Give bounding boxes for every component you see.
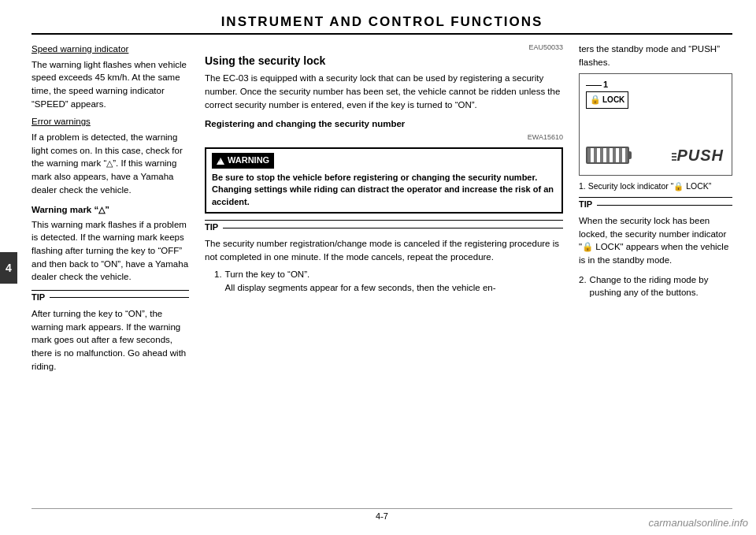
step-2-number: 2. xyxy=(579,273,587,299)
page-title: INSTRUMENT AND CONTROL FUNCTIONS xyxy=(32,14,732,35)
speed-warning-heading: Speed warning indicator xyxy=(32,43,189,56)
lock-label-text: LOCK xyxy=(602,95,624,106)
middle-tip-header: TIP xyxy=(205,220,563,235)
warning-mark-text: This warning mark flashes if a problem i… xyxy=(32,218,189,284)
page-container: INSTRUMENT AND CONTROL FUNCTIONS Speed w… xyxy=(0,0,756,535)
speed-warning-text: The warning light flashes when vehicle s… xyxy=(32,58,189,111)
columns-container: Speed warning indicator The warning ligh… xyxy=(32,43,732,503)
warning-text: Be sure to stop the vehicle before regis… xyxy=(212,172,556,208)
left-tip-text: After turning the key to “ON”, the warni… xyxy=(32,307,189,373)
right-tip-section: TIP When the security lock has been lock… xyxy=(579,197,732,267)
middle-tip-text: The security number registration/change … xyxy=(205,237,563,263)
right-tip-line xyxy=(597,205,732,206)
diagram-line xyxy=(586,85,602,86)
step-2: 2. Change to the riding mode by pushing … xyxy=(579,273,732,299)
right-tip-header: TIP xyxy=(579,197,732,212)
error-warnings-text: If a problem is detected, the warning li… xyxy=(32,131,189,197)
battery-terminal xyxy=(629,151,632,159)
step-1-text: Turn the key to “ON”. All display segmen… xyxy=(225,268,496,294)
continue-text: ters the standby mode and “PUSH” flashes… xyxy=(579,43,732,69)
right-tip-label: TIP xyxy=(579,199,592,211)
left-tip-header: TIP xyxy=(32,290,189,305)
page-number: 4-7 xyxy=(32,508,732,521)
watermark: carmanualsonline.info xyxy=(649,517,748,529)
step-1-number: 1. xyxy=(214,268,222,294)
lock-label-box: 🔒 LOCK xyxy=(586,91,628,109)
left-tip-line xyxy=(50,297,189,298)
error-warnings-heading: Error warnings xyxy=(32,115,189,128)
security-lock-intro: The EC-03 is equipped with a security lo… xyxy=(205,72,563,111)
middle-column: EAU50033 Using the security lock The EC-… xyxy=(202,43,566,503)
warn-triangle-2: △ xyxy=(98,205,105,214)
warning-box: ! WARNING Be sure to stop the vehicle be… xyxy=(205,147,563,214)
middle-tip-label: TIP xyxy=(205,221,218,234)
caption-lock-icon: 🔒 xyxy=(673,181,684,191)
step-2-text: Change to the riding mode by pushing any… xyxy=(590,273,732,299)
registering-title: Registering and changing the security nu… xyxy=(205,117,563,131)
right-column: ters the standby mode and “PUSH” flashes… xyxy=(579,43,732,503)
warning-label-text: WARNING xyxy=(228,154,269,167)
warning-mark-heading: Warning mark “△” xyxy=(32,203,189,217)
middle-tip-section: TIP The security number registration/cha… xyxy=(205,220,563,263)
left-column: Speed warning indicator The warning ligh… xyxy=(32,43,189,503)
warning-label: ! WARNING xyxy=(212,153,274,169)
ewa-ref: EWA15610 xyxy=(205,132,563,143)
right-tip-text: When the security lock has been locked, … xyxy=(579,214,732,267)
eau-ref: EAU50033 xyxy=(205,43,563,53)
warning-triangle-icon: ! xyxy=(217,158,224,165)
step-1: 1. Turn the key to “ON”. All display seg… xyxy=(214,268,563,294)
diagram-label-1: 1 xyxy=(603,79,608,91)
push-label: PUSH xyxy=(676,144,724,167)
left-tip-label: TIP xyxy=(32,292,45,304)
security-lock-title: Using the security lock xyxy=(205,53,563,69)
left-tip-section: TIP After turning the key to “ON”, the w… xyxy=(32,290,189,373)
push-dashes-left xyxy=(672,153,676,161)
steps-list: 1. Turn the key to “ON”. All display seg… xyxy=(214,268,563,294)
lock-icon-sym: 🔒 xyxy=(590,94,601,106)
middle-tip-line xyxy=(223,228,563,228)
battery-icon xyxy=(586,147,629,164)
diagram-caption: 1. Security lock indicator “🔒 LOCK” xyxy=(579,180,732,192)
lock-diagram: 1 🔒 LOCK PUSH xyxy=(579,73,732,176)
